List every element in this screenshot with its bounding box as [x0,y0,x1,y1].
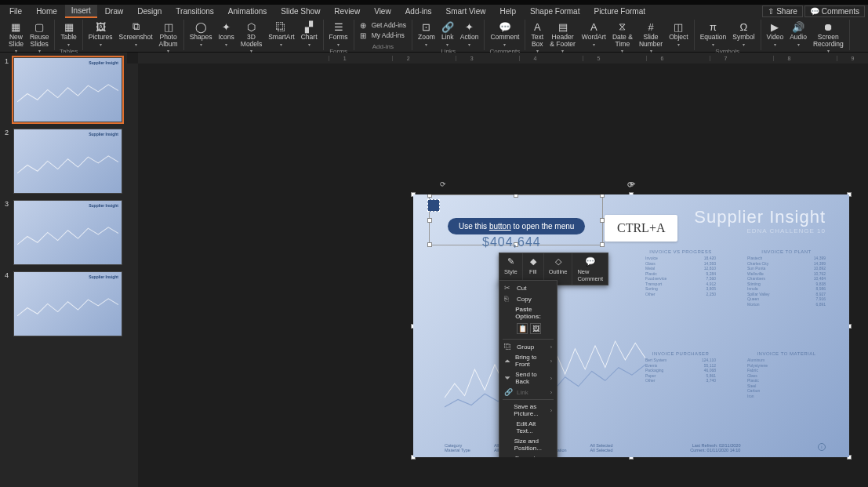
ribbon-symbol[interactable]: ΩSymbol▾ [730,20,757,48]
ribbon-icons[interactable]: ✦Icons▾ [216,20,236,48]
ribbon-get-add-ins[interactable]: ⊕Get Add-ins [360,20,406,30]
resize-handle[interactable] [600,194,605,198]
ribbon-comment[interactable]: 💬Comment▾ [488,20,521,48]
context-cut[interactable]: ✂Cut [499,282,557,293]
ribbon-icon: 🔊 [792,20,804,33]
ribbon-forms[interactable]: ☰Forms▾ [327,20,350,48]
context-group[interactable]: ⿻Group› [499,341,557,352]
ribbon-reuse-slides[interactable]: ▢ReuseSlides▾ [27,20,52,54]
context-send-to-back[interactable]: ⏷Send to Back› [499,369,557,387]
data-block-pending: INVOICE VS PROGRESSInvoice18,420Glass14,… [645,249,716,296]
horizontal-ruler: 123456789 [138,53,868,64]
menu-tab-add-ins[interactable]: Add-ins [399,5,438,17]
rotate-handle-icon[interactable]: ⟳ [627,180,634,189]
ribbon-link[interactable]: 🔗Link▾ [439,20,456,48]
ribbon-shapes[interactable]: ◯Shapes▾ [187,20,215,48]
comments-button[interactable]: 💬 Comments [804,5,865,17]
context-format-object-[interactable]: Format Object... [499,453,557,457]
slide-selection[interactable]: ⟳ Supplier Insight EDNA CHALLENGE 10 [413,194,849,457]
menu-tab-transitions[interactable]: Transitions [169,5,220,17]
data-block-material: INVOICE TO MATERIALAluminumPolystyreneFa… [747,351,826,398]
share-button[interactable]: ⇧ Share [762,5,802,17]
slide-title: Supplier Insight [694,207,826,227]
paste-option-keep[interactable]: 📋 [517,323,528,334]
ribbon-icon: ▞ [303,20,315,33]
menu-tab-view[interactable]: View [368,5,398,17]
resize-handle[interactable] [427,242,432,247]
resize-handle[interactable] [514,194,518,198]
ribbon-icon: Ω [737,20,750,33]
ribbon-photo-album[interactable]: ◫PhotoAlbum▾ [157,20,180,54]
menu-tab-home[interactable]: Home [30,5,64,17]
menu-tab-picture-format[interactable]: Picture Format [587,5,652,17]
menu-tab-insert[interactable]: Insert [65,5,97,18]
menu-tab-review[interactable]: Review [328,5,366,17]
ribbon-icon: 🖼 [94,20,107,33]
ribbon-icon: ⊞ [360,31,369,40]
editor-area: 123456789 ⟳ ⟳ ⟳ Supplier Insight EDNA CH… [127,53,868,487]
callout-text: to open the menu [511,222,575,231]
menu-tab-smart-view[interactable]: Smart View [440,5,492,17]
ribbon-wordart[interactable]: AWordArt▾ [579,20,608,48]
menu-tab-help[interactable]: Help [494,5,523,17]
context-size-and-position-[interactable]: Size and Position... [499,436,557,453]
ribbon-screenshot[interactable]: ⧉Screenshot▾ [117,20,155,48]
ribbon-chart[interactable]: ▞Chart▾ [299,20,320,48]
ribbon-my-add-ins[interactable]: ⊞My Add-ins [360,31,406,40]
slide-thumbnail[interactable]: Supplier Insight [13,200,122,265]
rotate-handle-icon[interactable]: ⟳ [440,180,446,188]
paste-option-picture[interactable]: 🖼 [530,323,541,334]
ribbon-screen-recording[interactable]: ⏺ScreenRecording▾ [811,20,846,54]
vertical-ruler [127,64,138,487]
ribbon-icon: ▦ [9,20,22,33]
info-icon[interactable]: i [818,443,826,451]
menu-bar: FileHomeInsertDrawDesignTransitionsAnima… [0,5,868,18]
context-bring-to-front[interactable]: ⏶Bring to Front› [499,352,557,369]
resize-handle[interactable] [600,242,605,247]
thumb-number: 1 [5,57,11,122]
ribbon-video[interactable]: ▶Video▾ [764,20,786,48]
menu-button-shape[interactable] [427,199,440,212]
minitoolbar-new-comment[interactable]: 💬NewComment [572,253,608,285]
menu-tab-slide-show[interactable]: Slide Show [274,5,326,17]
context-icon: ✂ [504,284,513,292]
context-save-as-picture-[interactable]: Save as Picture...› [499,402,557,419]
ribbon-zoom[interactable]: ⊡Zoom▾ [416,20,438,48]
ribbon-icon: ◫ [162,20,175,33]
menu-tab-draw[interactable]: Draw [99,5,129,17]
ribbon-3d-models[interactable]: ⬡3DModels▾ [238,20,264,54]
ribbon-equation[interactable]: πEquation▾ [698,20,729,48]
ribbon-icon: ▦ [63,20,75,33]
context-edit-alt-text-[interactable]: Edit Alt Text... [499,419,557,436]
slide-canvas[interactable]: Supplier Insight EDNA CHALLENGE 10 Use t… [413,194,849,457]
context-copy[interactable]: ⎘Copy [499,293,557,304]
callout-bubble[interactable]: Use this button to open the menu [448,218,585,234]
ribbon-smartart[interactable]: ⿻SmartArt▾ [266,20,297,48]
ribbon-icon: ⿻ [275,20,288,33]
ribbon-icon: ◯ [194,20,207,33]
ribbon-action[interactable]: ✦Action▾ [458,20,481,48]
menu-tab-file[interactable]: File [3,5,28,17]
resize-handle[interactable] [427,194,432,198]
ribbon-date-time[interactable]: ⧖Date &Time▾ [610,20,635,54]
minitoolbar-icon: ✎ [505,256,516,267]
callout-text: Use this [459,222,489,231]
ribbon-slide-number[interactable]: #SlideNumber▾ [637,20,665,54]
resize-handle[interactable] [427,218,432,223]
slide-thumbnail[interactable]: Supplier Insight [13,57,122,122]
ribbon-header-footer[interactable]: ▤Header& Footer▾ [547,20,578,54]
ribbon-icon: 💬 [499,20,511,33]
menu-tab-shape-format[interactable]: Shape Format [524,5,586,17]
slide-thumbnail[interactable]: Supplier Insight [13,129,122,194]
ribbon-new-slide[interactable]: ▦NewSlide▾ [6,20,26,54]
ribbon-text-box[interactable]: ATextBox▾ [528,20,546,54]
slide-thumbnail[interactable]: Supplier Insight [13,271,122,336]
menu-tab-animations[interactable]: Animations [222,5,273,17]
ribbon-object[interactable]: ◫Object▾ [666,20,691,48]
ribbon-audio[interactable]: 🔊Audio▾ [787,20,809,48]
ribbon-pictures[interactable]: 🖼Pictures▾ [86,20,115,48]
minitoolbar-icon: 💬 [585,256,596,267]
menu-tab-design[interactable]: Design [131,5,168,17]
ribbon-icon: ⊡ [420,20,433,33]
ribbon-table[interactable]: ▦Table▾ [58,20,78,48]
